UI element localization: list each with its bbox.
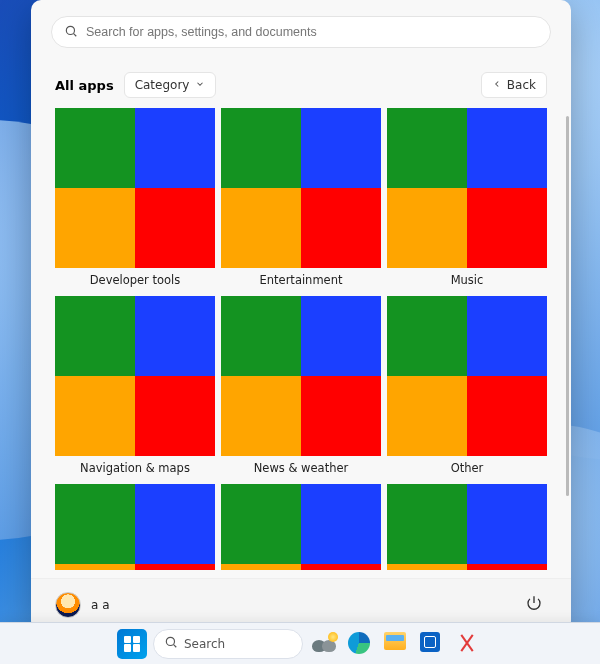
all-apps-title: All apps [55, 78, 114, 93]
chevron-down-icon [195, 78, 205, 92]
back-button[interactable]: Back [481, 72, 547, 98]
scrollbar[interactable] [566, 116, 569, 496]
category-thumbnail [55, 296, 215, 456]
category-thumbnail [221, 484, 381, 570]
power-button[interactable] [521, 590, 547, 620]
category-grid: Developer tools Entertainment Music Navi… [55, 108, 547, 570]
sort-dropdown[interactable]: Category [124, 72, 217, 98]
search-icon [164, 635, 178, 652]
category-news-weather[interactable]: News & weather [221, 296, 381, 478]
category-thumbnail [55, 484, 215, 570]
category-label: Entertainment [221, 268, 381, 290]
search-icon [64, 23, 78, 42]
taskbar-widgets[interactable] [309, 629, 339, 659]
search-field[interactable] [51, 16, 551, 48]
category-item[interactable] [221, 484, 381, 570]
search-input[interactable] [86, 25, 538, 39]
taskbar-start-button[interactable] [117, 629, 147, 659]
category-thumbnail [387, 296, 547, 456]
snipping-tool-icon [456, 632, 480, 656]
edge-icon [348, 632, 372, 656]
category-thumbnail [221, 296, 381, 456]
svg-point-2 [166, 637, 174, 645]
category-label: Other [387, 456, 547, 478]
avatar[interactable] [55, 592, 81, 618]
category-thumbnail [55, 108, 215, 268]
category-thumbnail [387, 108, 547, 268]
taskbar-store[interactable] [417, 629, 447, 659]
category-music[interactable]: Music [387, 108, 547, 290]
file-explorer-icon [384, 632, 408, 656]
svg-point-0 [66, 26, 74, 34]
start-icon [124, 636, 140, 652]
category-label: Navigation & maps [55, 456, 215, 478]
sort-dropdown-label: Category [135, 78, 190, 92]
all-apps-header: All apps Category Back [31, 52, 571, 108]
category-entertainment[interactable]: Entertainment [221, 108, 381, 290]
taskbar-edge[interactable] [345, 629, 375, 659]
category-label: Music [387, 268, 547, 290]
store-icon [420, 632, 444, 656]
taskbar-search-label: Search [184, 637, 225, 651]
category-item[interactable] [55, 484, 215, 570]
back-button-label: Back [507, 78, 536, 92]
category-developer-tools[interactable]: Developer tools [55, 108, 215, 290]
category-label: Developer tools [55, 268, 215, 290]
category-thumbnail [387, 484, 547, 570]
category-thumbnail [221, 108, 381, 268]
power-icon [525, 594, 543, 616]
category-other[interactable]: Other [387, 296, 547, 478]
widgets-icon [312, 632, 336, 656]
chevron-left-icon [492, 78, 502, 92]
taskbar-search[interactable]: Search [153, 629, 303, 659]
category-item[interactable] [387, 484, 547, 570]
svg-line-1 [74, 33, 77, 36]
taskbar-snipping-tool[interactable] [453, 629, 483, 659]
category-label: News & weather [221, 456, 381, 478]
category-navigation-maps[interactable]: Navigation & maps [55, 296, 215, 478]
taskbar: Search [0, 622, 600, 664]
svg-line-3 [174, 645, 177, 648]
taskbar-file-explorer[interactable] [381, 629, 411, 659]
start-menu: All apps Category Back Developer tools E… [31, 0, 571, 630]
user-name[interactable]: a a [91, 598, 110, 612]
